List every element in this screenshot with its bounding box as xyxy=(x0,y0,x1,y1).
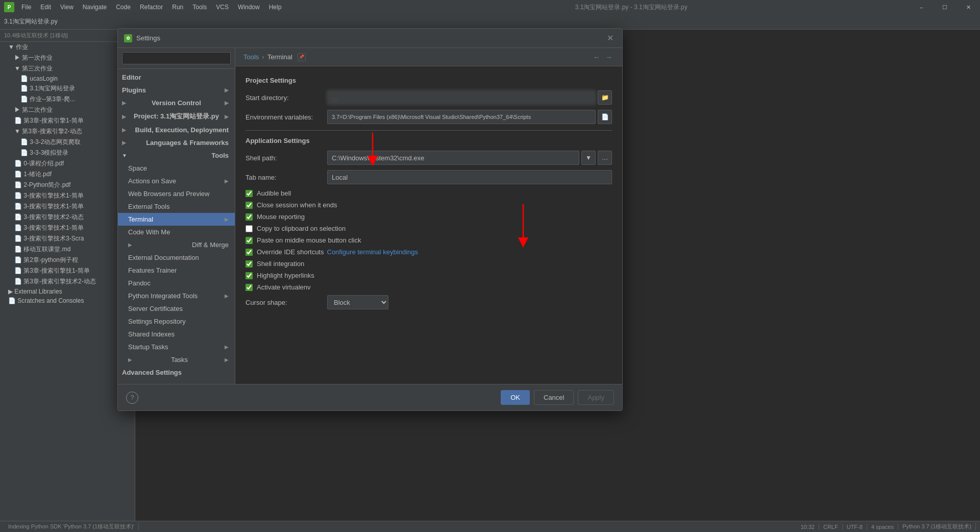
nav-item-actions-save[interactable]: Actions on Save ▶ xyxy=(118,175,235,187)
tree-item-zuoye[interactable]: ▼ 作业 xyxy=(0,42,135,53)
close-button[interactable]: ✕ xyxy=(957,0,980,14)
menu-edit[interactable]: Edit xyxy=(36,3,55,12)
tree-item-search3[interactable]: 📄 3-搜索引擎技术1-简单 xyxy=(0,190,135,201)
tree-item-chapt2[interactable]: 📄 第2章-python例子程 xyxy=(0,255,135,265)
highlight-hyperlinks-label[interactable]: Highlight hyperlinks xyxy=(257,272,314,279)
minimize-button[interactable]: – xyxy=(910,0,933,14)
nav-back-button[interactable]: ← xyxy=(592,52,602,62)
copy-clipboard-label[interactable]: Copy to clipboard on selection xyxy=(257,225,346,232)
menu-view[interactable]: View xyxy=(56,3,78,12)
highlight-hyperlinks-checkbox[interactable] xyxy=(246,272,253,279)
nav-search-input[interactable] xyxy=(122,52,231,64)
tree-item-intro[interactable]: 📄 0-课程介绍.pdf xyxy=(0,158,135,169)
nav-item-space[interactable]: Space xyxy=(118,162,235,175)
menu-window[interactable]: Window xyxy=(234,3,264,12)
tree-item-conclusion[interactable]: 📄 1-绪论.pdf xyxy=(0,169,135,180)
tree-item-search3d[interactable]: 📄 3-搜索引擎技术1-简单 xyxy=(0,223,135,233)
nav-item-tools[interactable]: ▼ Tools xyxy=(118,149,235,162)
tree-item-taobao[interactable]: 📄 3.1淘宝网站登录 xyxy=(0,83,135,94)
nav-item-tasks[interactable]: ▶ Tasks ▶ xyxy=(118,353,235,366)
nav-item-advanced[interactable]: Advanced Settings xyxy=(118,366,235,379)
tab-name-input[interactable] xyxy=(327,170,612,184)
menu-refactor[interactable]: Refactor xyxy=(136,3,167,12)
audible-bell-label[interactable]: Audible bell xyxy=(257,189,291,197)
start-directory-input[interactable] xyxy=(327,90,596,105)
nav-item-settings-repo[interactable]: Settings Repository xyxy=(118,315,235,328)
tree-item-chapt3-search1[interactable]: 📄 第3章-搜索引擎1-简单 xyxy=(0,115,135,126)
paste-middle-label[interactable]: Paste on middle mouse button click xyxy=(257,236,361,244)
tree-item-zuoye1[interactable]: ▶ 第一次作业 xyxy=(0,53,135,63)
project-tab[interactable]: 3.1淘宝网站登录.py xyxy=(4,17,58,26)
env-variables-input[interactable] xyxy=(327,110,596,124)
nav-item-external-tools[interactable]: External Tools xyxy=(118,200,235,213)
shell-integration-checkbox[interactable] xyxy=(246,260,253,268)
nav-item-startup-tasks[interactable]: Startup Tasks ▶ xyxy=(118,341,235,353)
copy-clipboard-checkbox[interactable] xyxy=(246,225,253,232)
paste-middle-checkbox[interactable] xyxy=(246,237,253,244)
nav-item-pandoc[interactable]: Pandoc xyxy=(118,277,235,289)
ok-button[interactable]: OK xyxy=(501,390,530,405)
cancel-button[interactable]: Cancel xyxy=(534,390,574,405)
nav-item-code-with-me[interactable]: Code With Me xyxy=(118,226,235,238)
nav-item-server-certs[interactable]: Server Certificates xyxy=(118,302,235,315)
tree-item-ucaslogin[interactable]: 📄 ucasLogin xyxy=(0,74,135,83)
tree-item-ext-libs[interactable]: ▶ External Libraries xyxy=(0,287,135,296)
audible-bell-checkbox[interactable] xyxy=(246,190,253,197)
tree-item-search3b[interactable]: 📄 3-搜索引擎技术1-简单 xyxy=(0,201,135,212)
help-button[interactable]: ? xyxy=(126,392,138,404)
close-session-label[interactable]: Close session when it ends xyxy=(257,201,337,209)
nav-item-web-browsers[interactable]: Web Browsers and Preview xyxy=(118,187,235,200)
tree-item-python[interactable]: 📄 2-Python简介.pdf xyxy=(0,180,135,190)
tree-item-chapt3[interactable]: 📄 作业--第3章-爬... xyxy=(0,94,135,105)
dialog-close-button[interactable]: ✕ xyxy=(604,32,616,44)
shell-path-browse-button[interactable]: … xyxy=(598,151,612,165)
env-variables-edit-button[interactable]: 📄 xyxy=(598,110,612,124)
tree-item-3-3-2[interactable]: 📄 3-3-2动态网页爬取 xyxy=(0,137,135,148)
menu-run[interactable]: Run xyxy=(168,3,187,12)
override-ide-label[interactable]: Override IDE shortcuts xyxy=(257,248,324,256)
tree-item-search3c[interactable]: 📄 3-搜索引擎技术2-动态 xyxy=(0,212,135,223)
tab-pin-icon[interactable]: 📌 xyxy=(298,53,306,61)
override-ide-checkbox[interactable] xyxy=(246,249,253,256)
shell-integration-label[interactable]: Shell integration xyxy=(257,260,304,268)
tree-item-mobile[interactable]: 📄 移动互联课堂.md xyxy=(0,244,135,255)
maximize-button[interactable]: ☐ xyxy=(933,0,957,14)
nav-item-plugins[interactable]: Plugins ▶ xyxy=(118,84,235,96)
nav-item-version-control[interactable]: ▶ Version Control ▶ xyxy=(118,96,235,109)
menu-file[interactable]: File xyxy=(17,3,35,12)
nav-item-languages[interactable]: ▶ Languages & Frameworks xyxy=(118,136,235,149)
tree-item-folder-search[interactable]: ▼ 第3章-搜索引擎2-动态 xyxy=(0,126,135,137)
menu-tools[interactable]: Tools xyxy=(188,3,211,12)
nav-item-terminal[interactable]: Terminal ▶ xyxy=(118,213,235,226)
menu-code[interactable]: Code xyxy=(112,3,135,12)
nav-item-python-tools[interactable]: Python Integrated Tools ▶ xyxy=(118,289,235,302)
configure-keybindings-link[interactable]: Configure terminal keybindings xyxy=(327,248,418,256)
apply-button[interactable]: Apply xyxy=(578,390,614,405)
nav-item-features-trainer[interactable]: Features Trainer xyxy=(118,264,235,277)
shell-path-input[interactable] xyxy=(327,151,579,165)
mouse-reporting-checkbox[interactable] xyxy=(246,213,253,221)
tree-item-zuoye2[interactable]: ▶ 第二次作业 xyxy=(0,105,135,115)
tree-item-scratches[interactable]: 📄 Scratches and Consoles xyxy=(0,296,135,305)
nav-forward-button[interactable]: → xyxy=(604,52,614,62)
cursor-shape-select[interactable]: Block Underline Beam xyxy=(327,295,388,309)
nav-item-shared-indexes[interactable]: Shared Indexes xyxy=(118,328,235,341)
activate-virtualenv-label[interactable]: Activate virtualenv xyxy=(257,283,311,291)
tree-item-chapt3f[interactable]: 📄 第3章-搜索引擎技1-简单 xyxy=(0,265,135,276)
start-directory-browse-button[interactable]: 📁 xyxy=(598,90,612,105)
tree-item-3-3-3[interactable]: 📄 3-3-3模拟登录 xyxy=(0,148,135,158)
menu-help[interactable]: Help xyxy=(265,3,286,12)
nav-item-build[interactable]: ▶ Build, Execution, Deployment xyxy=(118,124,235,136)
menu-vcs[interactable]: VCS xyxy=(212,3,233,12)
nav-item-project[interactable]: ▶ Project: 3.1淘宝网站登录.py ▶ xyxy=(118,109,235,124)
tree-item-search3e[interactable]: 📄 3-搜索引擎技术3-Scra xyxy=(0,233,135,244)
breadcrumb-tools[interactable]: Tools xyxy=(243,53,259,61)
mouse-reporting-label[interactable]: Mouse reporting xyxy=(257,213,305,221)
nav-item-ext-docs[interactable]: External Documentation xyxy=(118,251,235,264)
nav-item-diff-merge[interactable]: ▶ Diff & Merge xyxy=(118,238,235,251)
tree-item-chapt3g[interactable]: 📄 第3章-搜索引擎技术2-动态 xyxy=(0,276,135,287)
close-session-checkbox[interactable] xyxy=(246,202,253,209)
menu-navigate[interactable]: Navigate xyxy=(79,3,111,12)
activate-virtualenv-checkbox[interactable] xyxy=(246,284,253,291)
nav-item-editor[interactable]: Editor xyxy=(118,71,235,84)
